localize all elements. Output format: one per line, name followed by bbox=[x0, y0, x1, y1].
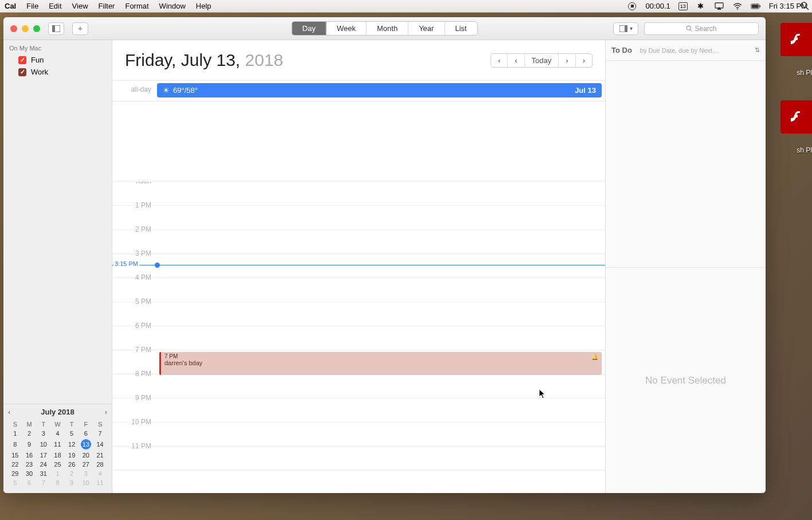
mini-cal-day[interactable]: 22 bbox=[8, 460, 22, 469]
nav-prev-day-button[interactable]: ‹ bbox=[508, 54, 524, 67]
mini-cal-next-button[interactable]: › bbox=[105, 408, 107, 416]
nav-next-day-button[interactable]: › bbox=[559, 54, 575, 67]
hour-row[interactable]: 2 PM bbox=[112, 230, 605, 254]
mini-cal-prev-button[interactable]: ‹ bbox=[8, 408, 10, 416]
view-list-tab[interactable]: List bbox=[445, 22, 477, 35]
mini-cal-day[interactable]: 1 bbox=[50, 469, 65, 478]
battery-icon[interactable] bbox=[751, 3, 761, 10]
hour-row[interactable]: 10 PM bbox=[112, 423, 605, 447]
mini-cal-day[interactable]: 8 bbox=[50, 478, 65, 487]
mini-cal-day[interactable]: 5 bbox=[8, 478, 22, 487]
mini-cal-day[interactable]: 18 bbox=[50, 451, 65, 460]
mini-cal-day[interactable]: 30 bbox=[22, 469, 37, 478]
mini-cal-day[interactable]: 11 bbox=[93, 478, 107, 487]
todo-sort-label[interactable]: by Due Date, due by Next… bbox=[640, 47, 755, 54]
view-week-tab[interactable]: Week bbox=[327, 22, 367, 35]
sidebar-toggle-button[interactable] bbox=[48, 22, 64, 35]
mini-cal-day[interactable]: 11 bbox=[50, 438, 65, 451]
mini-cal-day[interactable]: 20 bbox=[79, 451, 93, 460]
mini-cal-day[interactable]: 4 bbox=[50, 429, 65, 438]
mini-cal-day[interactable]: 16 bbox=[22, 451, 37, 460]
mini-cal-day[interactable]: 14 bbox=[93, 438, 107, 451]
hour-row[interactable]: 9 PM bbox=[112, 398, 605, 423]
nav-today-button[interactable]: Today bbox=[525, 54, 559, 67]
mini-cal-day[interactable]: 10 bbox=[79, 478, 93, 487]
mini-cal-day[interactable]: 5 bbox=[65, 429, 79, 438]
mini-cal-day[interactable]: 6 bbox=[22, 478, 37, 487]
hours-grid[interactable]: 3:15 PM 7 PM darren's bday 🔔 noon1 PM2 P… bbox=[112, 182, 605, 493]
event-darrens-bday[interactable]: 7 PM darren's bday 🔔 bbox=[159, 352, 602, 375]
dropbox-icon[interactable]: ✱ bbox=[696, 2, 706, 10]
flash-installer-tile[interactable] bbox=[780, 23, 812, 56]
airplay-icon[interactable] bbox=[714, 2, 724, 10]
mini-cal-day[interactable]: 6 bbox=[79, 429, 93, 438]
flash-installer-tile-2[interactable] bbox=[780, 100, 812, 134]
menu-edit[interactable]: Edit bbox=[49, 2, 61, 10]
allday-spacer[interactable] bbox=[112, 101, 605, 182]
app-name[interactable]: Cal bbox=[5, 2, 16, 10]
mini-cal-day[interactable]: 24 bbox=[36, 460, 50, 469]
record-icon[interactable] bbox=[627, 2, 637, 10]
mini-cal-day[interactable]: 1 bbox=[8, 429, 22, 438]
hour-row[interactable]: 1 PM bbox=[112, 206, 605, 230]
mini-cal-day[interactable]: 28 bbox=[93, 460, 107, 469]
allday-weather-event[interactable]: ☀︎ 69°/58° Jul 13 bbox=[157, 83, 602, 97]
mini-cal-day[interactable]: 15 bbox=[8, 451, 22, 460]
mini-cal-day[interactable]: 19 bbox=[65, 451, 79, 460]
checkbox-icon[interactable]: ✓ bbox=[18, 56, 26, 64]
hour-row[interactable]: 8 PM bbox=[112, 374, 605, 398]
inspector-toggle-button[interactable]: ▾ bbox=[613, 22, 638, 35]
mini-cal-day[interactable]: 27 bbox=[79, 460, 93, 469]
mini-cal-day[interactable]: 17 bbox=[36, 451, 50, 460]
mini-cal-day[interactable]: 21 bbox=[93, 451, 107, 460]
search-input[interactable]: Search bbox=[644, 22, 759, 35]
mini-cal-day[interactable]: 7 bbox=[93, 429, 107, 438]
view-year-tab[interactable]: Year bbox=[409, 22, 445, 35]
mini-cal-day[interactable]: 25 bbox=[50, 460, 65, 469]
mini-cal-day[interactable]: 26 bbox=[65, 460, 79, 469]
menu-format[interactable]: Format bbox=[125, 2, 148, 10]
calendar-item-work[interactable]: ✓ Work bbox=[3, 66, 112, 78]
mini-cal-day[interactable]: 2 bbox=[22, 429, 37, 438]
checkbox-icon[interactable]: ✓ bbox=[18, 68, 26, 76]
menu-view[interactable]: View bbox=[72, 2, 88, 10]
calendar-date-icon[interactable]: 13 bbox=[678, 2, 688, 10]
mini-cal-day[interactable]: 10 bbox=[36, 438, 50, 451]
hour-row[interactable]: 5 PM bbox=[112, 302, 605, 326]
hour-row[interactable]: 6 PM bbox=[112, 326, 605, 350]
mini-cal-day[interactable]: 31 bbox=[36, 469, 50, 478]
menu-window[interactable]: Window bbox=[159, 2, 186, 10]
view-day-tab[interactable]: Day bbox=[292, 22, 327, 35]
mini-cal-day[interactable]: 12 bbox=[65, 438, 79, 451]
menu-filter[interactable]: Filter bbox=[99, 2, 115, 10]
mini-cal-day[interactable]: 9 bbox=[65, 478, 79, 487]
spotlight-icon[interactable] bbox=[800, 1, 809, 13]
nav-prev-week-button[interactable]: ‹ bbox=[491, 54, 508, 67]
mini-cal-day[interactable]: 2 bbox=[65, 469, 79, 478]
mini-cal-grid[interactable]: SMTWTFS 12345678910111213141516171819202… bbox=[8, 420, 107, 487]
hour-row[interactable]: 11 PM bbox=[112, 447, 605, 471]
calendar-item-fun[interactable]: ✓ Fun bbox=[3, 54, 112, 66]
menu-help[interactable]: Help bbox=[196, 2, 211, 10]
mini-cal-day[interactable]: 29 bbox=[8, 469, 22, 478]
window-close-button[interactable] bbox=[10, 25, 17, 32]
wifi-icon[interactable] bbox=[732, 3, 743, 10]
hour-row[interactable]: 4 PM bbox=[112, 278, 605, 302]
menu-file[interactable]: File bbox=[26, 2, 38, 10]
sort-stepper-icon[interactable]: ⇅ bbox=[755, 46, 760, 54]
add-event-button[interactable]: ＋ bbox=[72, 22, 88, 35]
window-minimize-button[interactable] bbox=[22, 25, 29, 32]
mini-cal-day[interactable]: 7 bbox=[36, 478, 50, 487]
mini-cal-day[interactable]: 13 bbox=[79, 438, 93, 451]
mini-cal-day[interactable]: 3 bbox=[36, 429, 50, 438]
mini-cal-day[interactable]: 8 bbox=[8, 438, 22, 451]
mini-cal-day[interactable]: 23 bbox=[22, 460, 37, 469]
hour-row[interactable]: 3 PM bbox=[112, 254, 605, 278]
window-zoom-button[interactable] bbox=[33, 25, 40, 32]
mini-cal-day[interactable]: 4 bbox=[93, 469, 107, 478]
hour-row[interactable]: noon bbox=[112, 182, 605, 206]
view-month-tab[interactable]: Month bbox=[367, 22, 409, 35]
mini-cal-day[interactable]: 9 bbox=[22, 438, 37, 451]
nav-next-week-button[interactable]: › bbox=[576, 54, 592, 67]
mini-cal-day[interactable]: 3 bbox=[79, 469, 93, 478]
